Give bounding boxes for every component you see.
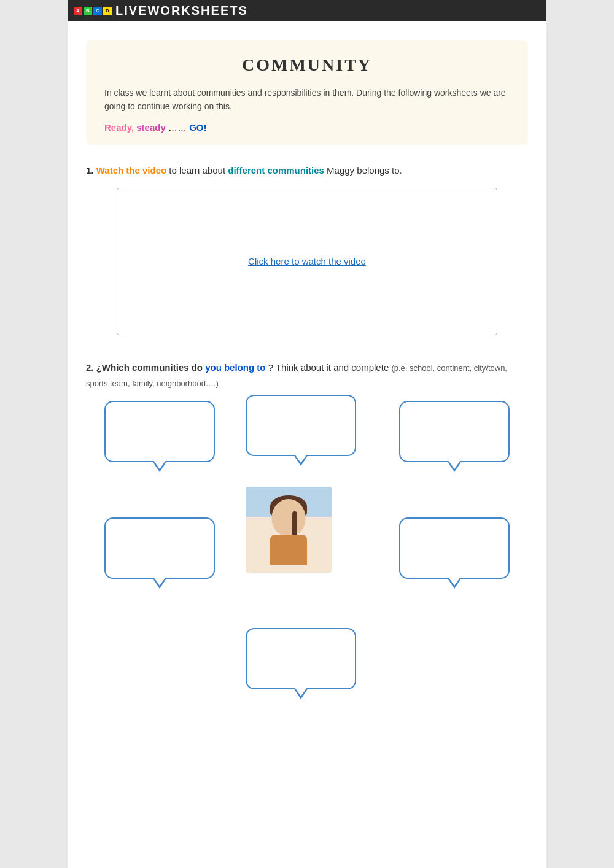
logo-cell-4: D bbox=[103, 7, 112, 15]
bubble-input-top-center[interactable] bbox=[247, 396, 355, 455]
girl-photo bbox=[246, 487, 332, 573]
intro-description: In class we learnt about communities and… bbox=[104, 86, 510, 114]
section2-bold: ¿Which communities do bbox=[96, 362, 206, 373]
intro-title: COMMUNITY bbox=[104, 55, 510, 75]
video-link[interactable]: Click here to watch the video bbox=[248, 256, 366, 266]
header: A B C D LIVEWORKSHEETS bbox=[68, 0, 546, 21]
tagline-steady: steady bbox=[136, 122, 166, 133]
section2-label: 2. ¿Which communities do you belong to ?… bbox=[86, 360, 528, 391]
bubble-input-top-left[interactable] bbox=[106, 402, 214, 461]
tagline-go: GO! bbox=[189, 122, 206, 133]
bubble-top-right[interactable] bbox=[399, 401, 510, 462]
section1-different-communities: different communities bbox=[228, 165, 324, 176]
section1-number: 1. bbox=[86, 165, 94, 176]
section1-watch: Watch the video bbox=[96, 165, 166, 176]
intro-tagline: Ready, steady …… GO! bbox=[104, 122, 510, 133]
section2-highlight: you belong to bbox=[205, 362, 265, 373]
section1-label: 1. Watch the video to learn about differ… bbox=[86, 163, 528, 178]
section2-rest: ? Think about it and complete bbox=[268, 362, 392, 373]
page-wrapper: A B C D LIVEWORKSHEETS COMMUNITY In clas… bbox=[68, 0, 546, 868]
bubble-top-left[interactable] bbox=[104, 401, 215, 462]
bubble-mid-right[interactable] bbox=[399, 517, 510, 579]
logo-cell-3: C bbox=[93, 7, 102, 15]
tagline-dots: …… bbox=[168, 122, 187, 133]
section1-text2: to learn about bbox=[169, 165, 228, 176]
intro-box: COMMUNITY In class we learnt about commu… bbox=[86, 40, 528, 145]
tagline-ready: Ready, bbox=[104, 122, 134, 133]
video-box: Click here to watch the video bbox=[117, 188, 497, 335]
bubble-input-top-right[interactable] bbox=[400, 402, 508, 461]
bubble-bottom-center[interactable] bbox=[246, 628, 356, 689]
bubble-top-center[interactable] bbox=[246, 395, 356, 456]
bubble-mid-left[interactable] bbox=[104, 517, 215, 579]
logo-cell-2: B bbox=[84, 7, 92, 15]
bubble-input-mid-left[interactable] bbox=[106, 519, 214, 578]
section2-number: 2. bbox=[86, 362, 94, 373]
girl-head bbox=[272, 499, 306, 536]
section1-text3: Maggy belongs to. bbox=[327, 165, 402, 176]
section-2: 2. ¿Which communities do you belong to ?… bbox=[86, 360, 528, 714]
bubble-input-mid-right[interactable] bbox=[400, 519, 508, 578]
section-1: 1. Watch the video to learn about differ… bbox=[86, 163, 528, 335]
girl-face-art bbox=[246, 487, 332, 573]
logo-cell-1: A bbox=[74, 7, 82, 15]
header-title: LIVEWORKSHEETS bbox=[115, 4, 248, 18]
girl-body bbox=[270, 535, 307, 565]
bubble-input-bottom-center[interactable] bbox=[247, 629, 355, 688]
logo: A B C D bbox=[74, 7, 112, 15]
bubbles-container bbox=[92, 395, 522, 714]
